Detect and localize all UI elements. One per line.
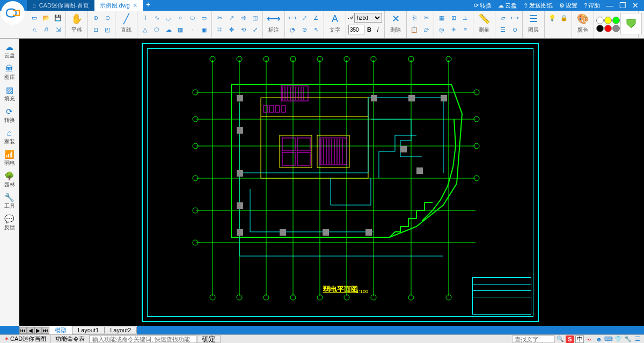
side-fill[interactable]: ▨填充 bbox=[1, 84, 19, 104]
status-cmd-label[interactable]: 功能命令表 bbox=[51, 335, 90, 343]
delete-tool[interactable]: ✕删除 bbox=[387, 12, 404, 34]
id-icon[interactable]: ⊙ bbox=[509, 24, 520, 35]
measure-tool[interactable]: 📏测量 bbox=[475, 12, 493, 34]
block-icon[interactable]: ▣ bbox=[199, 24, 209, 35]
osnap-icon[interactable]: ◎ bbox=[436, 24, 447, 35]
font-size-input[interactable] bbox=[348, 25, 364, 34]
circle-icon[interactable]: ○ bbox=[175, 12, 186, 23]
extend-icon[interactable]: ↗ bbox=[226, 12, 237, 23]
side-library[interactable]: 🏛图库 bbox=[1, 62, 19, 83]
open-file-icon[interactable]: 📂 bbox=[41, 12, 52, 23]
ime-emoji-icon[interactable]: ☻ bbox=[595, 335, 603, 343]
ime-lang-button[interactable]: 中 bbox=[575, 335, 584, 343]
ortho-icon[interactable]: ⊥ bbox=[460, 12, 471, 23]
dist-icon[interactable]: ⟷ bbox=[509, 12, 520, 23]
color-swatch[interactable] bbox=[604, 25, 612, 32]
color-tool[interactable]: 🎨颜色 bbox=[574, 12, 591, 34]
rotate-icon[interactable]: ⟲ bbox=[238, 24, 248, 35]
polar-icon[interactable]: ✳ bbox=[448, 24, 459, 35]
arc-icon[interactable]: ◡ bbox=[163, 12, 174, 23]
annotate-tool[interactable]: ⟷标注 bbox=[265, 12, 282, 34]
tab-home[interactable]: ⌂CAD迷你画图-首页 bbox=[27, 0, 94, 11]
close-button[interactable]: ✕ bbox=[630, 1, 641, 10]
layout-next-icon[interactable]: ▶ bbox=[34, 327, 42, 334]
line-tool[interactable]: ╱直线 bbox=[118, 12, 135, 34]
color-swatch[interactable] bbox=[596, 17, 604, 24]
cloud-button[interactable]: ☁云盘 bbox=[496, 2, 519, 10]
side-feedback[interactable]: 💬反馈 bbox=[1, 213, 19, 233]
ime-punct-icon[interactable]: •› bbox=[585, 335, 594, 343]
revcloud-icon[interactable]: ☁ bbox=[163, 24, 174, 35]
tab-model[interactable]: 模型 bbox=[49, 326, 72, 334]
offset-icon[interactable]: ⇉ bbox=[238, 12, 248, 23]
settings-button[interactable]: ⚙设置 bbox=[557, 2, 580, 10]
color-swatch[interactable] bbox=[604, 17, 612, 24]
save-icon[interactable]: 💾 bbox=[53, 12, 63, 23]
ime-skin-icon[interactable]: 👕 bbox=[614, 335, 623, 343]
ime-sogou-icon[interactable]: S bbox=[566, 335, 574, 343]
zoom-window-icon[interactable]: ◰ bbox=[102, 24, 113, 35]
clip-paste-icon[interactable]: 📋 bbox=[409, 24, 420, 35]
move-icon[interactable]: ✥ bbox=[226, 24, 237, 35]
dim-linear-icon[interactable]: ⟷ bbox=[287, 12, 298, 23]
ad-logo[interactable] bbox=[620, 13, 642, 34]
minimize-button[interactable]: — bbox=[604, 1, 615, 10]
tab-layout2[interactable]: Layout2 bbox=[105, 327, 137, 333]
ime-tool-icon[interactable]: 🔧 bbox=[624, 335, 632, 343]
bold-button[interactable]: B bbox=[365, 26, 373, 33]
spline-icon[interactable]: ∿ bbox=[151, 12, 162, 23]
font-select[interactable]: hztxt bbox=[354, 13, 382, 23]
color-swatch[interactable] bbox=[612, 25, 620, 32]
clip-match-icon[interactable]: ⌮ bbox=[421, 24, 431, 35]
mirror-icon[interactable]: ◫ bbox=[250, 12, 260, 23]
leader-icon[interactable]: ↖ bbox=[311, 24, 321, 35]
italic-button[interactable]: I bbox=[374, 26, 382, 33]
triangle-icon[interactable]: △ bbox=[140, 24, 150, 35]
pan-tool[interactable]: ✋平移 bbox=[68, 12, 85, 34]
convert-button[interactable]: ⟳转换 bbox=[472, 2, 494, 10]
point-icon[interactable]: · bbox=[187, 24, 197, 35]
rect-icon[interactable]: ▭ bbox=[199, 12, 209, 23]
zoom-out-icon[interactable]: ⊖ bbox=[102, 12, 113, 23]
zoom-in-icon[interactable]: ⊕ bbox=[90, 12, 101, 23]
dim-aligned-icon[interactable]: ⤢ bbox=[299, 12, 310, 23]
send-button[interactable]: ⇧发送图纸 bbox=[521, 2, 555, 10]
ok-button[interactable]: 确定 bbox=[197, 335, 221, 343]
copy-icon[interactable]: ⿻ bbox=[214, 24, 225, 35]
lineweight-icon[interactable]: ≡ bbox=[460, 24, 471, 35]
drawing-canvas[interactable]: 弱电平面图 1:100 bbox=[19, 39, 644, 326]
new-file-icon[interactable]: ▭ bbox=[29, 12, 40, 23]
search-input[interactable] bbox=[512, 335, 555, 343]
command-input[interactable] bbox=[90, 335, 197, 343]
hatch-icon[interactable]: ▦ bbox=[175, 24, 186, 35]
side-garden[interactable]: 🌳园林 bbox=[1, 170, 19, 190]
ellipse-icon[interactable]: ⬭ bbox=[187, 12, 197, 23]
color-swatch[interactable] bbox=[612, 17, 620, 24]
area-icon[interactable]: ▱ bbox=[497, 12, 508, 23]
side-convert[interactable]: ⟳转换 bbox=[1, 105, 19, 126]
layer-tool[interactable]: ☰图层 bbox=[525, 12, 542, 34]
color-swatch[interactable] bbox=[596, 25, 604, 32]
layout-prev-icon[interactable]: ◀ bbox=[27, 327, 34, 334]
print-icon[interactable]: ⎙ bbox=[41, 24, 52, 35]
ime-keyboard-icon[interactable]: ⌨ bbox=[604, 335, 613, 343]
layout-last-icon[interactable]: ⏭ bbox=[42, 327, 49, 334]
search-icon[interactable]: 🔍 bbox=[556, 335, 565, 343]
side-home[interactable]: ⌂家装 bbox=[1, 127, 19, 147]
dim-radius-icon[interactable]: ◔ bbox=[287, 24, 298, 35]
clip-cut-icon[interactable]: ✂ bbox=[421, 12, 431, 23]
layer-off-icon[interactable]: 🔒 bbox=[559, 12, 569, 23]
ime-menu-icon[interactable]: ☰ bbox=[633, 335, 642, 343]
polyline-icon[interactable]: ⌇ bbox=[140, 12, 150, 23]
side-cloud[interactable]: ☁云盘 bbox=[1, 41, 19, 61]
zoom-fit-icon[interactable]: ⊡ bbox=[90, 24, 101, 35]
app-logo[interactable] bbox=[1, 1, 25, 25]
snap-icon[interactable]: ⊞ bbox=[448, 12, 459, 23]
add-tab-button[interactable]: + bbox=[143, 0, 153, 11]
scale-icon[interactable]: ⤢ bbox=[250, 24, 260, 35]
dim-angle-icon[interactable]: ∠ bbox=[311, 12, 321, 23]
close-icon[interactable]: × bbox=[133, 1, 137, 10]
layer-on-icon[interactable]: 💡 bbox=[547, 12, 558, 23]
help-button[interactable]: ?帮助 bbox=[582, 2, 602, 10]
trim-icon[interactable]: ✂ bbox=[214, 12, 225, 23]
